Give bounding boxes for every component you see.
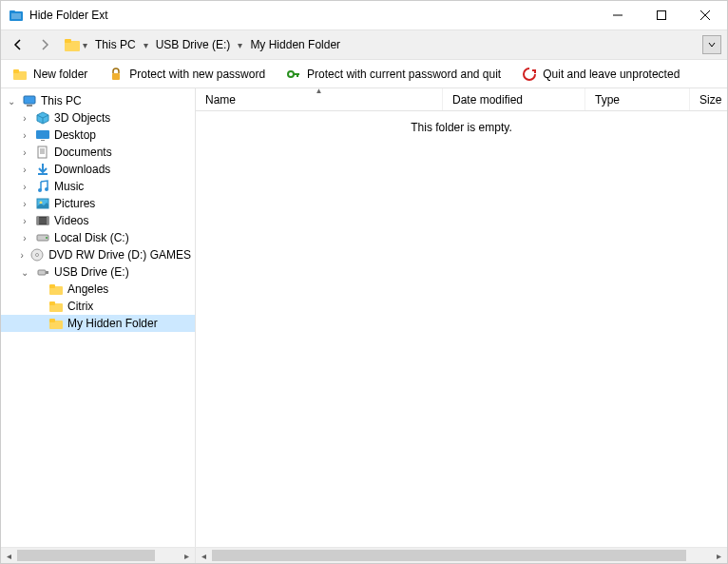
downloads-icon (35, 162, 50, 177)
tree-label: Documents (54, 146, 112, 159)
tree-item-documents[interactable]: › Documents (1, 144, 195, 161)
tree-item-angeles[interactable]: Angeles (1, 281, 195, 298)
chevron-down-icon[interactable]: ▾ (238, 40, 242, 50)
tree-item-downloads[interactable]: › Downloads (1, 161, 195, 178)
list-header: ▲ Name Date modified Type Size (196, 88, 727, 111)
svg-rect-11 (112, 73, 120, 80)
tree-root-this-pc[interactable]: ⌄ This PC (1, 92, 195, 109)
tree-label: Desktop (54, 128, 96, 142)
scroll-left-icon[interactable]: ◂ (1, 548, 17, 564)
folder-icon (48, 316, 64, 331)
tree-label: Local Disk (C:) (54, 231, 129, 244)
expand-icon[interactable]: › (18, 216, 31, 226)
tree-label: Music (54, 180, 84, 193)
toolbar-label: Protect with current password and quit (307, 68, 501, 81)
list-hscrollbar[interactable]: ◂ ▸ (196, 548, 727, 563)
svg-rect-37 (46, 271, 48, 274)
back-button[interactable] (7, 33, 29, 56)
tree-item-3d-objects[interactable]: › 3D Objects (1, 109, 195, 126)
tree-item-videos[interactable]: › Videos (1, 212, 195, 229)
titlebar: Hide Folder Ext (1, 1, 727, 29)
folder-icon (64, 37, 81, 52)
toolbar-label: New folder (33, 68, 87, 81)
maximize-button[interactable] (640, 1, 683, 29)
scrollbar-row: ◂ ▸ ◂ ▸ (1, 547, 727, 563)
svg-point-25 (45, 187, 48, 191)
usb-drive-icon (35, 264, 50, 280)
scroll-track[interactable] (212, 548, 711, 563)
tree-label: 3D Objects (54, 111, 110, 125)
tree-item-local-disk[interactable]: › Local Disk (C:) (1, 229, 195, 246)
scroll-thumb[interactable] (212, 550, 686, 561)
column-type[interactable]: Type (585, 88, 690, 110)
svg-rect-31 (47, 217, 48, 224)
tree-item-desktop[interactable]: › Desktop (1, 126, 195, 144)
computer-icon (22, 93, 37, 108)
minimize-button[interactable] (596, 1, 640, 29)
expand-icon[interactable]: › (18, 130, 31, 141)
tree-label: Videos (54, 214, 88, 227)
lock-icon (108, 67, 124, 82)
forward-button[interactable] (33, 33, 56, 56)
svg-rect-41 (49, 301, 55, 305)
svg-rect-15 (24, 96, 35, 104)
tree-item-pictures[interactable]: › Pictures (1, 195, 195, 212)
address-dropdown-button[interactable] (702, 35, 721, 54)
app-icon (9, 8, 24, 23)
scroll-right-icon[interactable]: ▸ (711, 548, 727, 564)
collapse-icon[interactable]: ⌄ (18, 267, 31, 278)
breadcrumb-this-pc[interactable]: This PC (89, 36, 142, 53)
tree-label: Pictures (54, 197, 95, 210)
expand-icon[interactable]: › (18, 182, 31, 192)
chevron-down-icon[interactable]: ▾ (83, 40, 87, 50)
expand-icon[interactable]: › (18, 233, 31, 243)
tree-hscrollbar[interactable]: ◂ ▸ (1, 548, 196, 563)
3d-objects-icon (35, 110, 50, 126)
expand-icon[interactable]: › (18, 165, 31, 175)
tree-item-music[interactable]: › Music (1, 178, 195, 195)
sort-ascending-icon: ▲ (316, 88, 323, 95)
column-size[interactable]: Size (690, 88, 727, 110)
column-name[interactable]: ▲ Name (196, 88, 443, 110)
new-folder-icon (12, 67, 28, 82)
column-date-modified[interactable]: Date modified (443, 88, 585, 110)
scroll-right-icon[interactable]: ▸ (179, 548, 195, 564)
svg-rect-4 (658, 11, 666, 20)
tree-item-usb-drive[interactable]: ⌄ USB Drive (E:) (1, 263, 195, 281)
breadcrumb: ▾ This PC ▾ USB Drive (E:) ▾ My Hidden F… (60, 36, 699, 53)
navbar: ▾ This PC ▾ USB Drive (E:) ▾ My Hidden F… (1, 29, 727, 60)
breadcrumb-my-hidden-folder[interactable]: My Hidden Folder (244, 36, 346, 53)
new-folder-button[interactable]: New folder (9, 65, 91, 84)
videos-icon (35, 213, 50, 228)
expand-icon[interactable]: › (18, 199, 31, 209)
scroll-left-icon[interactable]: ◂ (196, 548, 212, 564)
column-label: Date modified (452, 93, 523, 107)
scroll-track[interactable] (17, 548, 179, 563)
column-label: Type (595, 93, 620, 107)
toolbar: New folder Protect with new password Pro… (1, 60, 727, 88)
svg-rect-16 (27, 105, 32, 107)
close-button[interactable] (683, 1, 727, 29)
quit-unprotected-button[interactable]: Quit and leave unprotected (518, 65, 683, 84)
column-label: Name (205, 93, 236, 107)
svg-rect-2 (11, 13, 21, 19)
breadcrumb-usb-drive[interactable]: USB Drive (E:) (150, 36, 237, 53)
tree-pane[interactable]: ⌄ This PC › 3D Objects › Desktop › Docum… (1, 88, 196, 547)
protect-new-password-button[interactable]: Protect with new password (105, 65, 269, 84)
list-pane[interactable]: ▲ Name Date modified Type Size This fold… (196, 88, 727, 547)
expand-icon[interactable]: › (18, 147, 31, 158)
expand-icon[interactable]: › (18, 250, 26, 261)
protect-current-password-button[interactable]: Protect with current password and quit (282, 65, 505, 84)
tree-item-my-hidden-folder[interactable]: My Hidden Folder (1, 315, 195, 332)
svg-rect-19 (38, 146, 47, 158)
chevron-down-icon[interactable]: ▾ (144, 40, 148, 50)
toolbar-label: Quit and leave unprotected (543, 68, 680, 81)
svg-rect-8 (65, 39, 71, 43)
tree-label: USB Drive (E:) (54, 265, 129, 279)
disk-icon (35, 230, 50, 245)
collapse-icon[interactable]: ⌄ (5, 96, 18, 107)
tree-item-citrix[interactable]: Citrix (1, 298, 195, 315)
expand-icon[interactable]: › (18, 113, 31, 124)
tree-item-dvd-drive[interactable]: › DVD RW Drive (D:) GAMES (1, 246, 195, 263)
scroll-thumb[interactable] (17, 550, 155, 561)
